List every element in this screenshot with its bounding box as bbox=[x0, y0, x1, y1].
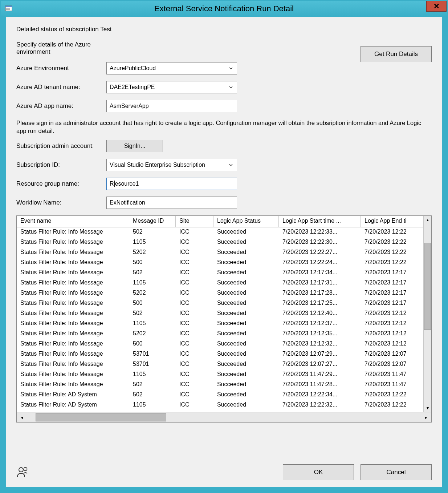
svg-point-5 bbox=[24, 467, 27, 470]
cell-msg: 53701 bbox=[129, 349, 176, 360]
table-row[interactable]: Status Filter Rule: Info Message53701ICC… bbox=[17, 360, 431, 370]
cell-site: ICC bbox=[176, 400, 213, 411]
table-row[interactable]: Status Filter Rule: Info Message502ICCSu… bbox=[17, 227, 431, 238]
cell-site: ICC bbox=[176, 258, 213, 268]
table-row[interactable]: Status Filter Rule: AD System1105ICCSucc… bbox=[17, 400, 431, 411]
table-row[interactable]: Status Filter Rule: Info Message500ICCSu… bbox=[17, 258, 431, 268]
cell-status: Succeeded bbox=[213, 227, 279, 238]
table-row[interactable]: Status Filter Rule: Info Message5202ICCS… bbox=[17, 329, 431, 339]
cell-site: ICC bbox=[176, 380, 213, 390]
cell-msg: 5202 bbox=[129, 288, 176, 299]
cell-status: Succeeded bbox=[213, 370, 279, 380]
signin-button[interactable]: SignIn... bbox=[106, 140, 163, 152]
cell-end: 7/20/2023 12:07 bbox=[361, 349, 426, 360]
azure-env-label: Azure Environment bbox=[16, 65, 106, 72]
cell-start: 7/20/2023 12:22:27... bbox=[279, 248, 361, 258]
cell-end: 7/20/2023 12:07 bbox=[361, 360, 426, 370]
vertical-scrollbar[interactable]: ▴ ▾ bbox=[423, 216, 431, 412]
cell-site: ICC bbox=[176, 288, 213, 299]
table-row[interactable]: Status Filter Rule: Info Message5202ICCS… bbox=[17, 248, 431, 258]
cell-status: Succeeded bbox=[213, 319, 279, 329]
sub-admin-label: Subscription admin account: bbox=[16, 142, 106, 150]
signin-instructions: Please sign in as administrator account … bbox=[16, 119, 432, 135]
cell-site: ICC bbox=[176, 299, 213, 309]
ad-app-field[interactable]: AsmServerApp bbox=[106, 100, 237, 112]
table-body: Status Filter Rule: Info Message502ICCSu… bbox=[17, 227, 431, 412]
col-header-start[interactable]: Logic App Start time ... bbox=[279, 216, 361, 227]
table-row[interactable]: Status Filter Rule: Info Message502ICCSu… bbox=[17, 268, 431, 278]
table-row[interactable]: Status Filter Rule: Info Message502ICCSu… bbox=[17, 380, 431, 390]
cell-end: 7/20/2023 12:17 bbox=[361, 288, 426, 299]
ad-tenant-dropdown[interactable]: DAE2ETestingPE bbox=[106, 81, 237, 93]
cell-start: 7/20/2023 12:22:30... bbox=[279, 238, 361, 248]
hscroll-track[interactable] bbox=[27, 412, 421, 422]
vscroll-thumb[interactable] bbox=[424, 243, 431, 330]
table-row[interactable]: Status Filter Rule: Info Message1105ICCS… bbox=[17, 319, 431, 329]
scroll-right-icon[interactable]: ▸ bbox=[421, 412, 431, 422]
azure-section-label: Specify details of the Azure environment bbox=[16, 41, 106, 56]
cancel-button[interactable]: Cancel bbox=[361, 464, 432, 480]
col-header-event[interactable]: Event name bbox=[17, 216, 129, 227]
close-button[interactable]: ✕ bbox=[426, 1, 447, 12]
col-header-site[interactable]: Site bbox=[176, 216, 213, 227]
cell-end: 7/20/2023 12:22 bbox=[361, 238, 426, 248]
table-row[interactable]: Status Filter Rule: Info Message500ICCSu… bbox=[17, 339, 431, 349]
cell-msg: 502 bbox=[129, 227, 176, 238]
titlebar[interactable]: External Service Notification Run Detail… bbox=[1, 1, 447, 17]
chevron-down-icon bbox=[226, 82, 236, 92]
text-caret bbox=[114, 181, 115, 187]
cell-site: ICC bbox=[176, 370, 213, 380]
wf-name-input[interactable]: ExNotification bbox=[106, 197, 237, 209]
results-table: Event name Message ID Site Logic App Sta… bbox=[16, 215, 432, 423]
cell-event: Status Filter Rule: Info Message bbox=[17, 380, 129, 390]
table-row[interactable]: Status Filter Rule: Info Message1105ICCS… bbox=[17, 370, 431, 380]
cell-event: Status Filter Rule: Info Message bbox=[17, 349, 129, 360]
cell-event: Status Filter Rule: AD System bbox=[17, 400, 129, 411]
cell-event: Status Filter Rule: Info Message bbox=[17, 370, 129, 380]
cell-status: Succeeded bbox=[213, 288, 279, 299]
scroll-left-icon[interactable]: ◂ bbox=[17, 412, 27, 422]
table-row[interactable]: Status Filter Rule: Info Message500ICCSu… bbox=[17, 299, 431, 309]
cell-site: ICC bbox=[176, 227, 213, 238]
table-row[interactable]: Status Filter Rule: AD System502ICCSucce… bbox=[17, 390, 431, 400]
ad-tenant-label: Azure AD tenant name: bbox=[16, 84, 106, 91]
cell-site: ICC bbox=[176, 268, 213, 278]
table-row[interactable]: Status Filter Rule: Info Message5202ICCS… bbox=[17, 288, 431, 299]
cell-end: 7/20/2023 12:12 bbox=[361, 319, 426, 329]
ad-app-label: Azure AD app name: bbox=[16, 102, 106, 110]
col-header-msg[interactable]: Message ID bbox=[129, 216, 176, 227]
cell-start: 7/20/2023 12:12:32... bbox=[279, 339, 361, 349]
sub-id-dropdown[interactable]: Visual Studio Enterprise Subscription bbox=[106, 159, 237, 171]
rg-name-label: Resource group name: bbox=[16, 180, 106, 187]
get-run-details-button[interactable]: Get Run Details bbox=[361, 46, 432, 62]
cell-status: Succeeded bbox=[213, 258, 279, 268]
table-row[interactable]: Status Filter Rule: Info Message1105ICCS… bbox=[17, 278, 431, 288]
hscroll-thumb[interactable] bbox=[36, 413, 166, 421]
cell-event: Status Filter Rule: Info Message bbox=[17, 360, 129, 370]
cell-start: 7/20/2023 12:12:40... bbox=[279, 309, 361, 319]
table-row[interactable]: Status Filter Rule: Info Message502ICCSu… bbox=[17, 309, 431, 319]
cell-event: Status Filter Rule: Info Message bbox=[17, 329, 129, 339]
ok-button[interactable]: OK bbox=[283, 464, 354, 480]
table-row[interactable]: Status Filter Rule: Info Message53701ICC… bbox=[17, 349, 431, 360]
ad-app-value: AsmServerApp bbox=[110, 103, 149, 109]
scroll-up-icon[interactable]: ▴ bbox=[424, 216, 432, 224]
cell-status: Succeeded bbox=[213, 329, 279, 339]
client-area: Detailed status of subscription Test Spe… bbox=[6, 17, 442, 487]
scroll-down-icon[interactable]: ▾ bbox=[424, 404, 432, 412]
horizontal-scrollbar[interactable]: ◂ ▸ bbox=[17, 412, 431, 422]
col-header-status[interactable]: Logic App Status bbox=[213, 216, 279, 227]
vscroll-track[interactable] bbox=[424, 224, 431, 404]
cell-msg: 500 bbox=[129, 339, 176, 349]
rg-name-input[interactable]: Resource1 bbox=[106, 178, 237, 190]
cell-status: Succeeded bbox=[213, 238, 279, 248]
azure-env-dropdown[interactable]: AzurePublicCloud bbox=[106, 62, 237, 74]
cell-end: 7/20/2023 12:17 bbox=[361, 268, 426, 278]
cell-event: Status Filter Rule: Info Message bbox=[17, 278, 129, 288]
table-row[interactable]: Status Filter Rule: Info Message1105ICCS… bbox=[17, 238, 431, 248]
cell-event: Status Filter Rule: Info Message bbox=[17, 339, 129, 349]
cell-event: Status Filter Rule: Info Message bbox=[17, 258, 129, 268]
cell-site: ICC bbox=[176, 349, 213, 360]
col-header-end[interactable]: Logic App End ti bbox=[361, 216, 426, 227]
user-group-icon bbox=[16, 465, 29, 480]
